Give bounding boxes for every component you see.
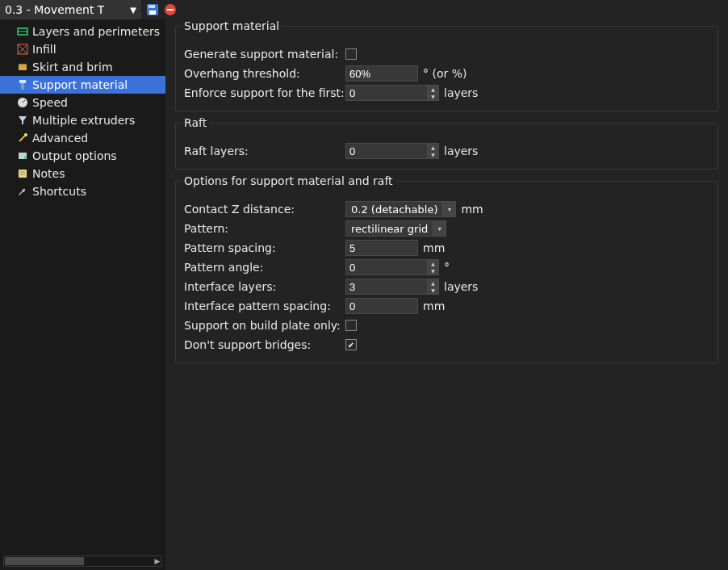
sidebar-item-funnel[interactable]: Multiple extruders <box>0 111 165 129</box>
input-interface-layers[interactable] <box>345 279 428 295</box>
sidebar-item-label: Infill <box>32 43 56 56</box>
label-interface-layers: Interface layers: <box>184 280 345 293</box>
input-interface-spacing[interactable] <box>345 298 418 314</box>
sidebar-item-wand[interactable]: Advanced <box>0 129 165 147</box>
svg-marker-16 <box>19 116 27 124</box>
skirt-icon <box>16 61 29 73</box>
sidebar-item-label: Output options <box>32 149 117 162</box>
suffix-overhang: ° (or %) <box>423 67 467 80</box>
checkbox-no-bridges[interactable]: ✔ <box>345 339 357 350</box>
sidebar-item-output[interactable]: Output options <box>0 147 165 165</box>
sidebar-item-label: Shortcuts <box>32 185 86 198</box>
suffix-raft-layers: layers <box>444 145 478 157</box>
checkbox-plate-only[interactable] <box>345 320 357 331</box>
sidebar-item-label: Speed <box>32 96 68 109</box>
input-pattern-angle[interactable] <box>345 259 428 275</box>
input-raft-layers[interactable] <box>345 143 428 159</box>
profile-name: 0.3 - Movement T <box>5 3 104 16</box>
suffix-contact-z: mm <box>461 203 483 216</box>
label-contact-z: Contact Z distance: <box>184 203 345 216</box>
wrench-icon <box>16 185 29 198</box>
funnel-icon <box>16 114 29 127</box>
suffix-interface-layers: layers <box>444 280 478 293</box>
sidebar-item-notes[interactable]: Notes <box>0 165 165 182</box>
sidebar-item-wrench[interactable]: Shortcuts <box>0 182 165 200</box>
support-icon <box>16 78 29 91</box>
label-overhang-threshold: Overhang threshold: <box>184 67 345 80</box>
label-plate-only: Support on build plate only: <box>184 319 345 332</box>
sidebar-item-label: Layers and perimeters <box>32 25 160 38</box>
sidebar-item-infill[interactable]: Infill <box>0 40 165 58</box>
suffix-pattern-angle: ° <box>444 261 450 274</box>
group-title: Raft <box>181 116 210 129</box>
svg-rect-2 <box>149 10 156 15</box>
label-pattern: Pattern: <box>184 222 345 235</box>
dropdown-contact-z[interactable]: 0.2 (detachable) ▾ <box>345 201 456 217</box>
wand-icon <box>16 132 29 145</box>
delete-button[interactable] <box>162 2 178 18</box>
layers-icon <box>16 25 29 38</box>
spinner-pattern-angle[interactable]: ▲▼ <box>428 259 439 275</box>
svg-rect-13 <box>21 83 24 90</box>
svg-rect-4 <box>167 9 174 10</box>
svg-rect-11 <box>19 64 27 65</box>
scrollbar-thumb[interactable] <box>5 557 84 565</box>
sidebar-item-label: Advanced <box>32 132 88 145</box>
floppy-icon <box>146 3 159 16</box>
suffix-interface-spacing: mm <box>423 300 445 312</box>
chevron-down-icon: ▾ <box>433 221 446 236</box>
speed-icon <box>16 96 29 109</box>
scroll-right-icon: ▶ <box>153 556 162 566</box>
sidebar-item-label: Skirt and brim <box>32 61 113 73</box>
label-pattern-spacing: Pattern spacing: <box>184 241 345 254</box>
label-enforce-support: Enforce support for the first: <box>184 86 345 99</box>
sidebar-item-label: Notes <box>32 167 65 180</box>
spinner-interface-layers[interactable]: ▲▼ <box>428 279 439 295</box>
input-pattern-spacing[interactable] <box>345 240 418 256</box>
svg-point-18 <box>24 133 27 136</box>
label-no-bridges: Don't support bridges: <box>184 338 345 351</box>
sidebar-item-support[interactable]: Support material <box>0 76 165 94</box>
notes-icon <box>16 167 29 180</box>
infill-icon <box>16 43 29 56</box>
input-overhang-threshold[interactable] <box>345 65 418 82</box>
sidebar-item-skirt[interactable]: Skirt and brim <box>0 58 165 76</box>
svg-rect-12 <box>19 80 26 83</box>
input-enforce-support[interactable] <box>345 85 428 101</box>
chevron-down-icon: ▾ <box>442 202 455 216</box>
checkbox-generate-support[interactable] <box>345 48 357 60</box>
group-title: Support material <box>181 19 282 32</box>
profile-dropdown[interactable]: 0.3 - Movement T ▼ <box>0 0 141 19</box>
label-interface-spacing: Interface pattern spacing: <box>184 300 345 312</box>
group-support-material: Support material Generate support materi… <box>175 26 718 111</box>
suffix-enforce: layers <box>444 86 478 99</box>
content-panel: Support material Generate support materi… <box>165 19 728 570</box>
sidebar-item-speed[interactable]: Speed <box>0 94 165 111</box>
group-options: Options for support material and raft Co… <box>175 181 718 363</box>
sidebar: Layers and perimetersInfillSkirt and bri… <box>0 19 165 570</box>
spinner-raft-layers[interactable]: ▲▼ <box>428 143 439 159</box>
label-pattern-angle: Pattern angle: <box>184 261 345 274</box>
dropdown-pattern[interactable]: rectilinear grid ▾ <box>345 220 446 237</box>
label-generate-support: Generate support material: <box>184 48 345 61</box>
save-button[interactable] <box>144 2 161 18</box>
sidebar-item-label: Support material <box>32 78 128 91</box>
spinner-enforce[interactable]: ▲▼ <box>428 85 439 101</box>
output-icon <box>16 149 29 162</box>
sidebar-item-label: Multiple extruders <box>32 114 135 127</box>
group-title: Options for support material and raft <box>181 174 396 187</box>
horizontal-scrollbar[interactable]: ◀ ▶ <box>3 555 162 567</box>
svg-rect-10 <box>19 65 27 70</box>
sidebar-item-layers[interactable]: Layers and perimeters <box>0 23 165 40</box>
label-raft-layers: Raft layers: <box>184 145 345 157</box>
svg-rect-21 <box>19 170 27 178</box>
minus-circle-icon <box>164 3 177 16</box>
suffix-pattern-spacing: mm <box>423 241 445 254</box>
chevron-down-icon: ▼ <box>130 6 136 15</box>
svg-rect-1 <box>149 5 155 8</box>
group-raft: Raft Raft layers: ▲▼ layers <box>175 123 718 170</box>
